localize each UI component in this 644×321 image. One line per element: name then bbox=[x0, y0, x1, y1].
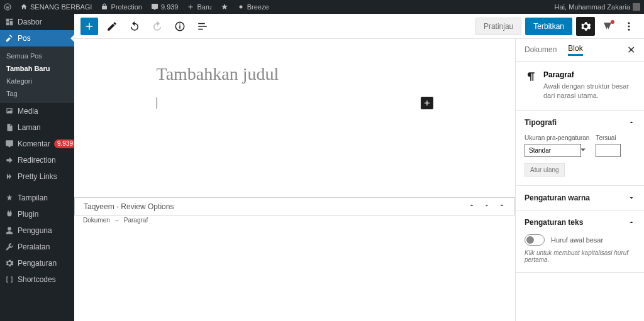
close-panel-button[interactable]: ✕ bbox=[627, 44, 635, 56]
new-content[interactable]: Baru bbox=[187, 3, 211, 11]
chevron-up-icon bbox=[628, 119, 635, 126]
settings-panel: Dokumen Blok ✕ Paragraf Awali dengan str… bbox=[515, 39, 644, 321]
wp-logo-icon[interactable] bbox=[4, 3, 11, 11]
metabox-title: Taqyeem - Review Options bbox=[84, 202, 174, 211]
admin-bar: SENANG BERBAGI Protection 9.939 Baru Bre… bbox=[0, 0, 644, 14]
block-description: Awali dengan struktur besar dari narasi … bbox=[543, 82, 635, 101]
chevron-up-icon bbox=[628, 219, 635, 226]
svg-point-3 bbox=[628, 22, 630, 24]
sidebar-plugin[interactable]: Plugin bbox=[0, 206, 74, 222]
breadcrumb-doc[interactable]: Dokumen bbox=[83, 217, 110, 224]
preview-button[interactable]: Pratinjau bbox=[475, 18, 521, 35]
reset-button[interactable]: Atur ulang bbox=[525, 163, 565, 177]
block-info: Paragraf Awali dengan struktur besar dar… bbox=[516, 62, 644, 111]
protection-link[interactable]: Protection bbox=[101, 3, 142, 11]
inline-add-button[interactable] bbox=[421, 97, 433, 109]
redo-button[interactable] bbox=[148, 18, 166, 35]
custom-font-size-input[interactable] bbox=[596, 144, 621, 157]
sidebar-pengaturan[interactable]: Pengaturan bbox=[0, 255, 74, 271]
yoast-bar-icon[interactable] bbox=[221, 3, 228, 11]
sidebar-dasbor[interactable]: Dasbor bbox=[0, 14, 74, 30]
font-size-select[interactable]: Standar bbox=[525, 144, 581, 157]
publish-button[interactable]: Terbitkan bbox=[525, 18, 572, 35]
paragraph-block[interactable] bbox=[157, 97, 433, 109]
outline-button[interactable] bbox=[194, 18, 211, 35]
tab-dokumen[interactable]: Dokumen bbox=[525, 45, 557, 55]
svg-point-5 bbox=[628, 28, 630, 30]
site-link[interactable]: SENANG BERBAGI bbox=[20, 3, 92, 11]
typography-section-toggle[interactable]: Tipografi bbox=[516, 111, 644, 134]
color-section-toggle[interactable]: Pengaturan warna bbox=[516, 186, 644, 210]
block-name: Paragraf bbox=[543, 70, 635, 79]
taqyeem-metabox: Taqyeem - Review Options bbox=[74, 197, 515, 215]
drop-cap-label: Huruf awal besar bbox=[551, 236, 603, 244]
sidebar-pos[interactable]: Pos bbox=[0, 30, 74, 46]
paragraph-icon bbox=[525, 70, 537, 83]
sidebar-redirection[interactable]: Redirection bbox=[0, 152, 74, 168]
add-block-button[interactable] bbox=[80, 18, 98, 35]
metabox-down-icon[interactable] bbox=[483, 202, 491, 211]
breadcrumb-sep: → bbox=[114, 217, 120, 224]
svg-point-4 bbox=[628, 25, 630, 27]
comments-badge: 9.939 bbox=[54, 139, 74, 148]
user-greeting[interactable]: Hai, Muhammad Zakaria bbox=[555, 3, 640, 11]
drop-cap-toggle[interactable] bbox=[525, 234, 545, 246]
submenu-tag[interactable]: Tag bbox=[0, 87, 74, 100]
drop-cap-description: Klik untuk membuat kapitalisasi huruf pe… bbox=[525, 249, 635, 263]
comments-count[interactable]: 9.939 bbox=[151, 3, 179, 11]
chevron-down-icon bbox=[628, 194, 635, 202]
preset-size-label: Ukuran pra-pengaturan bbox=[525, 134, 589, 141]
submenu-semua-pos[interactable]: Semua Pos bbox=[0, 50, 74, 62]
sidebar-komentar[interactable]: Komentar9.939 bbox=[0, 136, 74, 152]
yoast-button[interactable] bbox=[599, 18, 616, 35]
text-section-toggle[interactable]: Pengaturan teks bbox=[516, 210, 644, 234]
settings-toggle-button[interactable] bbox=[576, 17, 595, 36]
custom-size-label: Tersuai bbox=[596, 134, 621, 141]
block-breadcrumb: Dokumen → Paragraf bbox=[74, 215, 515, 225]
sidebar-pretty-links[interactable]: Pretty Links bbox=[0, 168, 74, 185]
submenu-kategori[interactable]: Kategori bbox=[0, 75, 74, 87]
info-button[interactable] bbox=[171, 18, 189, 35]
sidebar-tampilan[interactable]: Tampilan bbox=[0, 190, 74, 206]
sidebar-shortcodes[interactable]: Shortcodes bbox=[0, 271, 74, 288]
undo-button[interactable] bbox=[126, 18, 143, 35]
submenu-tambah-baru[interactable]: Tambah Baru bbox=[0, 62, 74, 75]
post-title-input[interactable]: Tambahkan judul bbox=[157, 64, 433, 97]
admin-sidebar: Dasbor Pos Semua Pos Tambah Baru Kategor… bbox=[0, 14, 74, 321]
avatar bbox=[633, 3, 640, 11]
tab-blok[interactable]: Blok bbox=[568, 44, 582, 56]
breadcrumb-block[interactable]: Paragraf bbox=[124, 217, 148, 224]
more-menu-button[interactable] bbox=[620, 18, 638, 35]
sidebar-laman[interactable]: Laman bbox=[0, 119, 74, 136]
breeze-link[interactable]: Breeze bbox=[237, 3, 269, 11]
yoast-status-dot bbox=[611, 20, 614, 24]
metabox-up-icon[interactable] bbox=[468, 202, 475, 211]
editor-toolbar: Pratinjau Terbitkan bbox=[74, 14, 644, 39]
edit-mode-button[interactable] bbox=[103, 18, 121, 35]
metabox-toggle-icon[interactable] bbox=[498, 202, 506, 211]
editor-canvas[interactable]: Tambahkan judul Taqyeem - Review Options bbox=[74, 39, 515, 321]
pos-submenu: Semua Pos Tambah Baru Kategori Tag bbox=[0, 46, 74, 103]
sidebar-media[interactable]: Media bbox=[0, 103, 74, 119]
text-cursor bbox=[157, 97, 157, 109]
sidebar-pengguna[interactable]: Pengguna bbox=[0, 222, 74, 239]
sidebar-peralatan[interactable]: Peralatan bbox=[0, 239, 74, 255]
svg-point-1 bbox=[239, 6, 242, 9]
